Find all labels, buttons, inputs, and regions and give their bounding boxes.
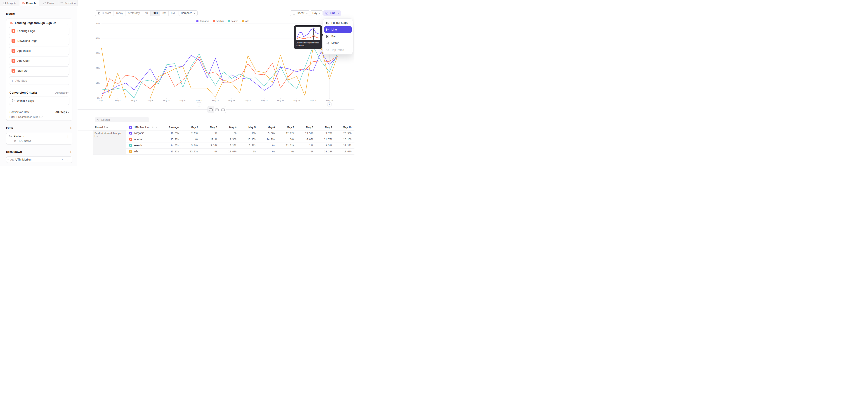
text-type-badge: Aa (10, 158, 13, 161)
average-column-header: Average (161, 124, 179, 130)
filter-section-header: Filter + (6, 126, 72, 130)
value-cell: 9.38% (218, 136, 237, 142)
layout-split-view-button[interactable] (208, 106, 214, 113)
svg-text:May 4: May 4 (115, 99, 121, 102)
range-3m[interactable]: 3M (160, 11, 169, 15)
range-custom[interactable]: Custom (95, 11, 114, 15)
kebab-menu-icon[interactable]: ⋮ (66, 158, 70, 161)
breakdown-property-name: UTM Medium (16, 158, 59, 161)
funnel-step-2[interactable]: 2Download Page⋮ (9, 37, 69, 45)
select-all-checkbox[interactable]: ✓ (129, 126, 132, 129)
menu-item-funnel-steps[interactable]: Funnel Steps (324, 20, 352, 26)
series-name: ads (134, 150, 138, 153)
series-checkbox[interactable]: ✓ (129, 150, 132, 153)
tab-insights[interactable]: Insights (0, 0, 20, 6)
tab-label: Funnels (26, 2, 36, 4)
kebab-menu-icon[interactable]: ⋮ (63, 39, 67, 42)
value-cell: 9.52% (314, 142, 332, 148)
tooltip-mini-chart (296, 27, 320, 40)
search-icon (97, 119, 100, 121)
series-checkbox[interactable]: ✓ (129, 138, 132, 140)
conversion-window-row[interactable]: Within 7 days (9, 97, 69, 105)
range-today[interactable]: Today (114, 11, 125, 15)
funnel-step-4[interactable]: 4App Open⋮ (9, 57, 69, 65)
funnel-title-row[interactable]: Landing Page through Sign Up ⋮ (6, 19, 72, 27)
remove-breakdown-button[interactable]: ✕ (61, 158, 63, 161)
drag-handle-icon[interactable]: ≡ (7, 158, 8, 161)
menu-item-metric[interactable]: Metric (324, 40, 352, 46)
search-input[interactable]: Search (95, 117, 149, 122)
series-checkbox[interactable]: ✓ (129, 132, 132, 134)
range-30d[interactable]: 30D (151, 11, 160, 15)
funnel-step-1[interactable]: 1Landing Page⋮ (9, 27, 69, 35)
range-label: 3M (162, 11, 166, 15)
conversion-rate-row: Conversion Rate All Steps (6, 108, 72, 114)
filter-property-row[interactable]: Aa Platform ⋮ (8, 135, 70, 138)
range-label: 6M (171, 11, 175, 15)
scale-dropdown-button[interactable]: Linear (290, 10, 310, 16)
value-cell: 0% (257, 142, 275, 148)
kebab-menu-icon[interactable]: ⋮ (63, 69, 67, 72)
kebab-menu-icon[interactable]: ⋮ (66, 22, 69, 24)
add-filter-button[interactable]: + (70, 126, 72, 130)
breakdown-column-dropdown[interactable]: ✓ UTM Medium 4 (129, 124, 157, 130)
series-checkbox[interactable]: ✓ (129, 144, 132, 147)
legend-item-ads[interactable]: ads (242, 20, 249, 22)
legend-swatch (196, 20, 198, 22)
svg-text:May 28: May 28 (310, 99, 316, 102)
filter-segment-dropdown[interactable]: Filter + Segment on Step 1 (6, 114, 72, 119)
advanced-dropdown[interactable]: Advanced (55, 91, 69, 94)
range-yesterday[interactable]: Yesterday (125, 11, 142, 15)
kebab-menu-icon[interactable]: ⋮ (63, 29, 67, 32)
funnel-card: Landing Page through Sign Up ⋮ 1Landing … (6, 19, 72, 121)
tab-funnels[interactable]: Funnels (20, 0, 39, 6)
range-7d[interactable]: 7D (142, 11, 150, 15)
compare-button[interactable]: Compare (179, 10, 197, 16)
breakdown-column-label: UTM Medium (134, 126, 149, 129)
menu-item-bar[interactable]: Bar (324, 33, 352, 40)
text-type-badge: Aa (8, 135, 12, 138)
tab-flows[interactable]: Flows (39, 0, 58, 6)
funnel-group-cell[interactable]: Product Viewed through P... (93, 130, 126, 154)
filter-value: iOS Native (19, 139, 31, 142)
layout-table-view-button[interactable] (220, 106, 226, 113)
value-cell: 0% (180, 136, 198, 142)
svg-text:20%: 20% (96, 67, 100, 69)
svg-text:1: 1 (329, 103, 330, 106)
legend-item-search[interactable]: search (228, 20, 238, 22)
funnel-column-dropdown[interactable]: Funnel 1 (95, 124, 108, 130)
add-breakdown-button[interactable]: + (70, 150, 72, 154)
funnel-step-3[interactable]: 3App Install⋮ (9, 46, 69, 55)
top-paths-icon (326, 49, 329, 52)
add-step-button[interactable]: + Add Step (9, 76, 69, 85)
breakdown-property-row[interactable]: ≡ Aa UTM Medium ✕ ⋮ (8, 158, 70, 161)
menu-item-line[interactable]: Line (324, 26, 352, 33)
funnel-step-5[interactable]: 5Sign Up⋮ (9, 66, 69, 75)
tab-retention[interactable]: Retention (58, 0, 78, 6)
legend-label: ads (246, 20, 249, 22)
value-cell: 10% (238, 130, 256, 136)
svg-text:50%: 50% (96, 22, 100, 24)
scale-label: Linear (297, 11, 304, 15)
svg-text:May 18: May 18 (228, 99, 235, 102)
value-cell: 18.18% (333, 136, 351, 142)
value-cell: 16.67% (333, 148, 351, 154)
value-cell: 0% (295, 148, 313, 154)
kebab-menu-icon[interactable]: ⋮ (66, 135, 70, 138)
kebab-menu-icon[interactable]: ⋮ (63, 59, 67, 62)
interval-dropdown-button[interactable]: Day (310, 10, 323, 16)
layout-chart-view-button[interactable] (214, 106, 220, 113)
legend-item-sidebar[interactable]: sidebar (213, 20, 224, 22)
range-6m[interactable]: 6M (168, 11, 177, 15)
kebab-menu-icon[interactable]: ⋮ (63, 49, 67, 52)
value-cell: 33.33% (180, 148, 198, 154)
chart-type-dropdown-button[interactable]: Line (323, 10, 341, 16)
chart-type-tooltip: Line charts display trends over time. (294, 25, 322, 49)
legend-item-organic[interactable]: $organic (196, 20, 209, 22)
alarm-clock-icon (11, 99, 15, 102)
filter-condition[interactable]: Is iOS Native (8, 138, 70, 143)
step-label: Landing Page (18, 29, 61, 33)
value-cell: 5.36% (257, 130, 275, 136)
all-steps-dropdown[interactable]: All Steps (55, 111, 69, 114)
table-row-search: ✓search14.85%5.88%5.26%6.25%5.56%0%11.11… (93, 142, 354, 149)
